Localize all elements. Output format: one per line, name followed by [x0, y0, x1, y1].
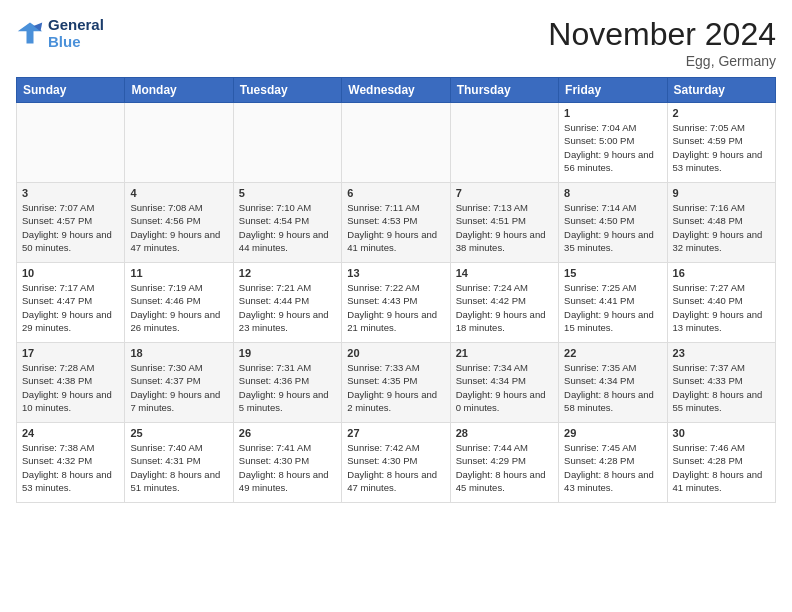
- week-row-1: 3Sunrise: 7:07 AM Sunset: 4:57 PM Daylig…: [17, 183, 776, 263]
- calendar-cell: 23Sunrise: 7:37 AM Sunset: 4:33 PM Dayli…: [667, 343, 775, 423]
- page-header: General Blue November 2024 Egg, Germany: [16, 16, 776, 69]
- day-header-wednesday: Wednesday: [342, 78, 450, 103]
- day-info: Sunrise: 7:27 AM Sunset: 4:40 PM Dayligh…: [673, 281, 770, 334]
- title-area: November 2024 Egg, Germany: [548, 16, 776, 69]
- day-info: Sunrise: 7:44 AM Sunset: 4:29 PM Dayligh…: [456, 441, 553, 494]
- calendar-cell: [125, 103, 233, 183]
- calendar-cell: 8Sunrise: 7:14 AM Sunset: 4:50 PM Daylig…: [559, 183, 667, 263]
- day-info: Sunrise: 7:10 AM Sunset: 4:54 PM Dayligh…: [239, 201, 336, 254]
- day-info: Sunrise: 7:19 AM Sunset: 4:46 PM Dayligh…: [130, 281, 227, 334]
- week-row-2: 10Sunrise: 7:17 AM Sunset: 4:47 PM Dayli…: [17, 263, 776, 343]
- calendar-cell: [233, 103, 341, 183]
- day-number: 3: [22, 187, 119, 199]
- day-number: 14: [456, 267, 553, 279]
- day-number: 25: [130, 427, 227, 439]
- day-number: 11: [130, 267, 227, 279]
- day-number: 21: [456, 347, 553, 359]
- calendar-cell: 17Sunrise: 7:28 AM Sunset: 4:38 PM Dayli…: [17, 343, 125, 423]
- calendar-cell: 29Sunrise: 7:45 AM Sunset: 4:28 PM Dayli…: [559, 423, 667, 503]
- day-info: Sunrise: 7:07 AM Sunset: 4:57 PM Dayligh…: [22, 201, 119, 254]
- day-number: 2: [673, 107, 770, 119]
- day-number: 4: [130, 187, 227, 199]
- day-number: 13: [347, 267, 444, 279]
- day-header-sunday: Sunday: [17, 78, 125, 103]
- calendar-cell: 15Sunrise: 7:25 AM Sunset: 4:41 PM Dayli…: [559, 263, 667, 343]
- logo: General Blue: [16, 16, 104, 50]
- day-info: Sunrise: 7:21 AM Sunset: 4:44 PM Dayligh…: [239, 281, 336, 334]
- week-row-0: 1Sunrise: 7:04 AM Sunset: 5:00 PM Daylig…: [17, 103, 776, 183]
- calendar-cell: 27Sunrise: 7:42 AM Sunset: 4:30 PM Dayli…: [342, 423, 450, 503]
- calendar-cell: 11Sunrise: 7:19 AM Sunset: 4:46 PM Dayli…: [125, 263, 233, 343]
- day-number: 18: [130, 347, 227, 359]
- calendar-cell: 6Sunrise: 7:11 AM Sunset: 4:53 PM Daylig…: [342, 183, 450, 263]
- day-number: 9: [673, 187, 770, 199]
- day-number: 27: [347, 427, 444, 439]
- day-number: 15: [564, 267, 661, 279]
- day-info: Sunrise: 7:31 AM Sunset: 4:36 PM Dayligh…: [239, 361, 336, 414]
- day-info: Sunrise: 7:04 AM Sunset: 5:00 PM Dayligh…: [564, 121, 661, 174]
- logo-icon: [16, 19, 44, 47]
- day-info: Sunrise: 7:34 AM Sunset: 4:34 PM Dayligh…: [456, 361, 553, 414]
- day-number: 5: [239, 187, 336, 199]
- day-info: Sunrise: 7:37 AM Sunset: 4:33 PM Dayligh…: [673, 361, 770, 414]
- calendar-cell: [17, 103, 125, 183]
- day-info: Sunrise: 7:08 AM Sunset: 4:56 PM Dayligh…: [130, 201, 227, 254]
- calendar-cell: 24Sunrise: 7:38 AM Sunset: 4:32 PM Dayli…: [17, 423, 125, 503]
- day-number: 29: [564, 427, 661, 439]
- week-row-3: 17Sunrise: 7:28 AM Sunset: 4:38 PM Dayli…: [17, 343, 776, 423]
- day-number: 20: [347, 347, 444, 359]
- day-info: Sunrise: 7:25 AM Sunset: 4:41 PM Dayligh…: [564, 281, 661, 334]
- day-number: 10: [22, 267, 119, 279]
- day-info: Sunrise: 7:41 AM Sunset: 4:30 PM Dayligh…: [239, 441, 336, 494]
- month-title: November 2024: [548, 16, 776, 53]
- day-number: 28: [456, 427, 553, 439]
- calendar-cell: 1Sunrise: 7:04 AM Sunset: 5:00 PM Daylig…: [559, 103, 667, 183]
- day-number: 24: [22, 427, 119, 439]
- calendar-cell: 28Sunrise: 7:44 AM Sunset: 4:29 PM Dayli…: [450, 423, 558, 503]
- day-number: 6: [347, 187, 444, 199]
- day-info: Sunrise: 7:22 AM Sunset: 4:43 PM Dayligh…: [347, 281, 444, 334]
- calendar-cell: 4Sunrise: 7:08 AM Sunset: 4:56 PM Daylig…: [125, 183, 233, 263]
- day-number: 7: [456, 187, 553, 199]
- day-number: 16: [673, 267, 770, 279]
- day-number: 19: [239, 347, 336, 359]
- calendar-body: 1Sunrise: 7:04 AM Sunset: 5:00 PM Daylig…: [17, 103, 776, 503]
- calendar-cell: 3Sunrise: 7:07 AM Sunset: 4:57 PM Daylig…: [17, 183, 125, 263]
- calendar-cell: [450, 103, 558, 183]
- week-row-4: 24Sunrise: 7:38 AM Sunset: 4:32 PM Dayli…: [17, 423, 776, 503]
- day-info: Sunrise: 7:45 AM Sunset: 4:28 PM Dayligh…: [564, 441, 661, 494]
- day-info: Sunrise: 7:05 AM Sunset: 4:59 PM Dayligh…: [673, 121, 770, 174]
- day-header-saturday: Saturday: [667, 78, 775, 103]
- calendar-cell: 21Sunrise: 7:34 AM Sunset: 4:34 PM Dayli…: [450, 343, 558, 423]
- day-number: 26: [239, 427, 336, 439]
- day-header-tuesday: Tuesday: [233, 78, 341, 103]
- day-number: 12: [239, 267, 336, 279]
- calendar-cell: 5Sunrise: 7:10 AM Sunset: 4:54 PM Daylig…: [233, 183, 341, 263]
- day-info: Sunrise: 7:38 AM Sunset: 4:32 PM Dayligh…: [22, 441, 119, 494]
- day-info: Sunrise: 7:46 AM Sunset: 4:28 PM Dayligh…: [673, 441, 770, 494]
- calendar: SundayMondayTuesdayWednesdayThursdayFrid…: [16, 77, 776, 503]
- day-number: 23: [673, 347, 770, 359]
- day-number: 1: [564, 107, 661, 119]
- calendar-cell: [342, 103, 450, 183]
- day-info: Sunrise: 7:28 AM Sunset: 4:38 PM Dayligh…: [22, 361, 119, 414]
- calendar-cell: 20Sunrise: 7:33 AM Sunset: 4:35 PM Dayli…: [342, 343, 450, 423]
- day-info: Sunrise: 7:17 AM Sunset: 4:47 PM Dayligh…: [22, 281, 119, 334]
- day-info: Sunrise: 7:42 AM Sunset: 4:30 PM Dayligh…: [347, 441, 444, 494]
- day-info: Sunrise: 7:13 AM Sunset: 4:51 PM Dayligh…: [456, 201, 553, 254]
- day-info: Sunrise: 7:35 AM Sunset: 4:34 PM Dayligh…: [564, 361, 661, 414]
- calendar-cell: 22Sunrise: 7:35 AM Sunset: 4:34 PM Dayli…: [559, 343, 667, 423]
- calendar-header-row: SundayMondayTuesdayWednesdayThursdayFrid…: [17, 78, 776, 103]
- calendar-cell: 12Sunrise: 7:21 AM Sunset: 4:44 PM Dayli…: [233, 263, 341, 343]
- calendar-cell: 13Sunrise: 7:22 AM Sunset: 4:43 PM Dayli…: [342, 263, 450, 343]
- logo-text: General Blue: [48, 16, 104, 50]
- calendar-cell: 18Sunrise: 7:30 AM Sunset: 4:37 PM Dayli…: [125, 343, 233, 423]
- day-info: Sunrise: 7:33 AM Sunset: 4:35 PM Dayligh…: [347, 361, 444, 414]
- day-info: Sunrise: 7:24 AM Sunset: 4:42 PM Dayligh…: [456, 281, 553, 334]
- day-number: 30: [673, 427, 770, 439]
- day-number: 17: [22, 347, 119, 359]
- day-info: Sunrise: 7:40 AM Sunset: 4:31 PM Dayligh…: [130, 441, 227, 494]
- day-header-monday: Monday: [125, 78, 233, 103]
- calendar-cell: 30Sunrise: 7:46 AM Sunset: 4:28 PM Dayli…: [667, 423, 775, 503]
- calendar-cell: 10Sunrise: 7:17 AM Sunset: 4:47 PM Dayli…: [17, 263, 125, 343]
